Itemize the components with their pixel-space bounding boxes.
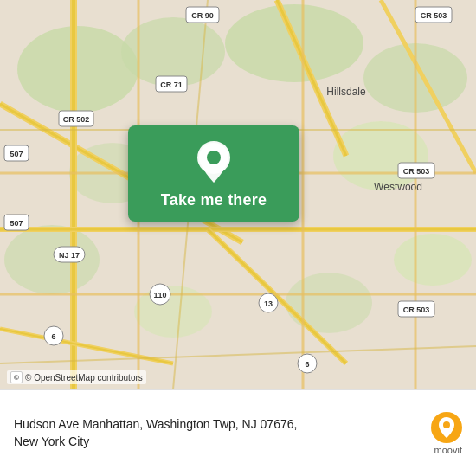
svg-text:507: 507 <box>10 219 23 228</box>
moovit-logo: moovit <box>431 412 462 455</box>
svg-text:6: 6 <box>51 332 55 341</box>
svg-text:13: 13 <box>264 299 273 308</box>
svg-text:CR 71: CR 71 <box>160 80 183 89</box>
app: CR 90 CR 503 CR 71 CR 502 507 507 NJ 17 … <box>0 0 476 476</box>
svg-text:110: 110 <box>153 291 166 299</box>
map-container: CR 90 CR 503 CR 71 CR 502 507 507 NJ 17 … <box>0 0 476 389</box>
location-name: Hudson Ave Manhattan, Washington Twp, NJ… <box>14 416 431 434</box>
take-me-there-card[interactable]: Take me there <box>128 125 299 222</box>
svg-point-61 <box>207 151 221 164</box>
svg-text:CR 90: CR 90 <box>191 11 214 20</box>
svg-point-10 <box>394 234 472 286</box>
osm-attribution-text: © OpenStreetMap contributors <box>25 373 143 383</box>
svg-point-7 <box>4 225 100 294</box>
svg-text:6: 6 <box>305 360 309 369</box>
svg-text:Westwood: Westwood <box>374 181 422 193</box>
svg-point-9 <box>286 273 372 333</box>
take-me-there-button-label: Take me there <box>161 191 267 209</box>
location-pin-icon <box>193 141 235 183</box>
svg-point-63 <box>443 421 450 428</box>
osm-logo: © <box>10 371 23 383</box>
svg-text:507: 507 <box>10 150 23 158</box>
moovit-icon <box>431 412 462 443</box>
svg-text:CR 503: CR 503 <box>403 306 430 314</box>
svg-point-1 <box>17 26 138 113</box>
location-city: New York City <box>14 434 431 451</box>
bottom-bar: Hudson Ave Manhattan, Washington Twp, NJ… <box>0 389 476 476</box>
svg-text:Hillsdale: Hillsdale <box>326 86 366 98</box>
svg-text:NJ 17: NJ 17 <box>59 251 80 260</box>
moovit-brand-text: moovit <box>434 445 462 455</box>
svg-text:CR 502: CR 502 <box>63 115 90 124</box>
svg-text:CR 503: CR 503 <box>421 11 447 20</box>
osm-attribution: © © OpenStreetMap contributors <box>7 370 146 384</box>
location-info: Hudson Ave Manhattan, Washington Twp, NJ… <box>14 416 431 450</box>
svg-text:CR 503: CR 503 <box>403 167 430 176</box>
